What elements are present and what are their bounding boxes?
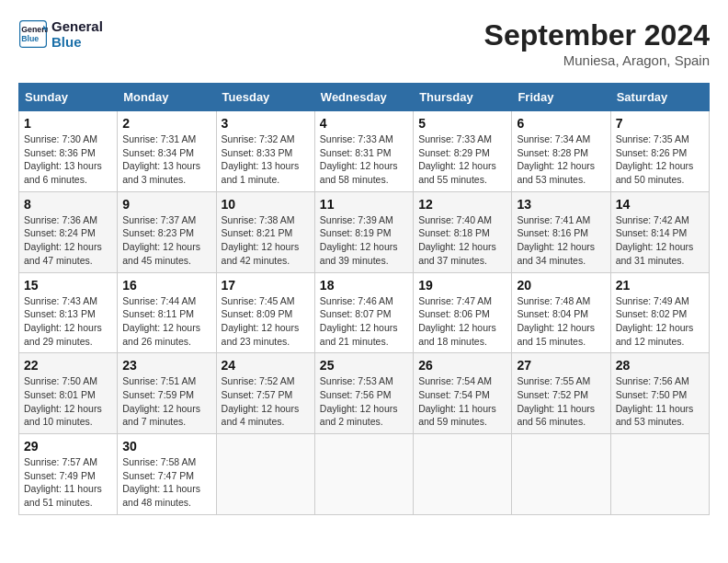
day-info: Sunrise: 7:53 AMSunset: 7:56 PMDaylight:… xyxy=(320,374,408,429)
day-number: 2 xyxy=(122,116,210,131)
calendar-cell: 7Sunrise: 7:35 AMSunset: 8:26 PMDaylight… xyxy=(610,111,709,192)
day-number: 20 xyxy=(517,278,605,293)
day-info: Sunrise: 7:35 AMSunset: 8:26 PMDaylight:… xyxy=(616,132,704,187)
day-number: 16 xyxy=(122,278,210,293)
day-number: 24 xyxy=(222,358,310,373)
day-info: Sunrise: 7:41 AMSunset: 8:16 PMDaylight:… xyxy=(517,213,605,268)
day-number: 29 xyxy=(24,439,112,454)
day-number: 10 xyxy=(222,197,310,212)
day-number: 8 xyxy=(24,197,112,212)
weekday-header: Monday xyxy=(118,84,216,111)
logo-text-blue: Blue xyxy=(51,34,103,50)
weekday-header: Wednesday xyxy=(314,84,413,111)
weekday-header: Sunday xyxy=(19,84,118,111)
day-number: 12 xyxy=(418,197,506,212)
calendar-cell: 3Sunrise: 7:32 AMSunset: 8:33 PMDaylight… xyxy=(216,111,314,192)
day-info: Sunrise: 7:34 AMSunset: 8:28 PMDaylight:… xyxy=(517,132,605,187)
calendar-cell xyxy=(314,434,413,515)
calendar-week-row: 29Sunrise: 7:57 AMSunset: 7:49 PMDayligh… xyxy=(19,434,710,515)
day-number: 18 xyxy=(320,278,408,293)
day-number: 15 xyxy=(24,278,112,293)
calendar-week-row: 8Sunrise: 7:36 AMSunset: 8:24 PMDaylight… xyxy=(19,191,710,272)
day-info: Sunrise: 7:49 AMSunset: 8:02 PMDaylight:… xyxy=(616,294,704,349)
location: Muniesa, Aragon, Spain xyxy=(484,52,710,68)
day-number: 25 xyxy=(320,358,408,373)
day-info: Sunrise: 7:42 AMSunset: 8:14 PMDaylight:… xyxy=(616,213,704,268)
calendar-cell: 2Sunrise: 7:31 AMSunset: 8:34 PMDaylight… xyxy=(118,111,216,192)
day-number: 21 xyxy=(616,278,704,293)
calendar-cell: 12Sunrise: 7:40 AMSunset: 8:18 PMDayligh… xyxy=(414,191,512,272)
calendar-cell: 20Sunrise: 7:48 AMSunset: 8:04 PMDayligh… xyxy=(512,272,610,353)
day-number: 13 xyxy=(517,197,605,212)
calendar-cell: 21Sunrise: 7:49 AMSunset: 8:02 PMDayligh… xyxy=(610,272,709,353)
calendar-cell: 15Sunrise: 7:43 AMSunset: 8:13 PMDayligh… xyxy=(19,272,118,353)
calendar-cell: 29Sunrise: 7:57 AMSunset: 7:49 PMDayligh… xyxy=(19,434,118,515)
svg-text:Blue: Blue xyxy=(21,34,39,43)
day-number: 1 xyxy=(24,116,112,131)
day-info: Sunrise: 7:52 AMSunset: 7:57 PMDaylight:… xyxy=(222,374,310,429)
calendar-cell: 13Sunrise: 7:41 AMSunset: 8:16 PMDayligh… xyxy=(512,191,610,272)
calendar-cell: 8Sunrise: 7:36 AMSunset: 8:24 PMDaylight… xyxy=(19,191,118,272)
day-number: 4 xyxy=(320,116,408,131)
day-number: 30 xyxy=(122,439,210,454)
day-number: 23 xyxy=(122,358,210,373)
calendar-cell: 1Sunrise: 7:30 AMSunset: 8:36 PMDaylight… xyxy=(19,111,118,192)
logo-text-general: General xyxy=(51,18,103,34)
day-info: Sunrise: 7:44 AMSunset: 8:11 PMDaylight:… xyxy=(122,294,210,349)
calendar-cell: 19Sunrise: 7:47 AMSunset: 8:06 PMDayligh… xyxy=(414,272,512,353)
day-number: 7 xyxy=(616,116,704,131)
day-info: Sunrise: 7:45 AMSunset: 8:09 PMDaylight:… xyxy=(222,294,310,349)
day-number: 19 xyxy=(418,278,506,293)
day-number: 28 xyxy=(616,358,704,373)
calendar-cell xyxy=(512,434,610,515)
day-info: Sunrise: 7:30 AMSunset: 8:36 PMDaylight:… xyxy=(24,132,112,187)
day-info: Sunrise: 7:37 AMSunset: 8:23 PMDaylight:… xyxy=(122,213,210,268)
day-number: 11 xyxy=(320,197,408,212)
calendar-cell: 16Sunrise: 7:44 AMSunset: 8:11 PMDayligh… xyxy=(118,272,216,353)
calendar-cell: 11Sunrise: 7:39 AMSunset: 8:19 PMDayligh… xyxy=(314,191,413,272)
day-info: Sunrise: 7:47 AMSunset: 8:06 PMDaylight:… xyxy=(418,294,506,349)
month-title: September 2024 xyxy=(484,18,710,52)
day-info: Sunrise: 7:36 AMSunset: 8:24 PMDaylight:… xyxy=(24,213,112,268)
calendar-cell: 26Sunrise: 7:54 AMSunset: 7:54 PMDayligh… xyxy=(414,353,512,434)
title-block: September 2024 Muniesa, Aragon, Spain xyxy=(484,18,710,68)
calendar-cell: 22Sunrise: 7:50 AMSunset: 8:01 PMDayligh… xyxy=(19,353,118,434)
logo: General Blue General Blue xyxy=(18,18,103,50)
day-info: Sunrise: 7:46 AMSunset: 8:07 PMDaylight:… xyxy=(320,294,408,349)
day-info: Sunrise: 7:58 AMSunset: 7:47 PMDaylight:… xyxy=(122,455,210,510)
calendar-week-row: 22Sunrise: 7:50 AMSunset: 8:01 PMDayligh… xyxy=(19,353,710,434)
page-header: General Blue General Blue September 2024… xyxy=(18,18,710,68)
day-number: 6 xyxy=(517,116,605,131)
calendar-header-row: SundayMondayTuesdayWednesdayThursdayFrid… xyxy=(19,84,710,111)
day-number: 27 xyxy=(517,358,605,373)
calendar-cell: 24Sunrise: 7:52 AMSunset: 7:57 PMDayligh… xyxy=(216,353,314,434)
calendar-week-row: 1Sunrise: 7:30 AMSunset: 8:36 PMDaylight… xyxy=(19,111,710,192)
day-number: 9 xyxy=(122,197,210,212)
logo-icon: General Blue xyxy=(18,19,48,49)
calendar-cell: 4Sunrise: 7:33 AMSunset: 8:31 PMDaylight… xyxy=(314,111,413,192)
day-number: 5 xyxy=(418,116,506,131)
calendar-cell: 6Sunrise: 7:34 AMSunset: 8:28 PMDaylight… xyxy=(512,111,610,192)
calendar-cell: 18Sunrise: 7:46 AMSunset: 8:07 PMDayligh… xyxy=(314,272,413,353)
day-number: 14 xyxy=(616,197,704,212)
day-info: Sunrise: 7:48 AMSunset: 8:04 PMDaylight:… xyxy=(517,294,605,349)
weekday-header: Thursday xyxy=(414,84,512,111)
day-number: 26 xyxy=(418,358,506,373)
calendar-cell xyxy=(610,434,709,515)
day-info: Sunrise: 7:43 AMSunset: 8:13 PMDaylight:… xyxy=(24,294,112,349)
day-info: Sunrise: 7:56 AMSunset: 7:50 PMDaylight:… xyxy=(616,374,704,429)
weekday-header: Saturday xyxy=(610,84,709,111)
day-info: Sunrise: 7:39 AMSunset: 8:19 PMDaylight:… xyxy=(320,213,408,268)
calendar-cell: 25Sunrise: 7:53 AMSunset: 7:56 PMDayligh… xyxy=(314,353,413,434)
calendar-cell: 5Sunrise: 7:33 AMSunset: 8:29 PMDaylight… xyxy=(414,111,512,192)
calendar-cell: 14Sunrise: 7:42 AMSunset: 8:14 PMDayligh… xyxy=(610,191,709,272)
calendar-cell: 23Sunrise: 7:51 AMSunset: 7:59 PMDayligh… xyxy=(118,353,216,434)
day-info: Sunrise: 7:32 AMSunset: 8:33 PMDaylight:… xyxy=(222,132,310,187)
calendar-table: SundayMondayTuesdayWednesdayThursdayFrid… xyxy=(18,83,710,515)
calendar-cell: 9Sunrise: 7:37 AMSunset: 8:23 PMDaylight… xyxy=(118,191,216,272)
day-number: 17 xyxy=(222,278,310,293)
calendar-week-row: 15Sunrise: 7:43 AMSunset: 8:13 PMDayligh… xyxy=(19,272,710,353)
calendar-cell: 27Sunrise: 7:55 AMSunset: 7:52 PMDayligh… xyxy=(512,353,610,434)
day-number: 22 xyxy=(24,358,112,373)
weekday-header: Friday xyxy=(512,84,610,111)
